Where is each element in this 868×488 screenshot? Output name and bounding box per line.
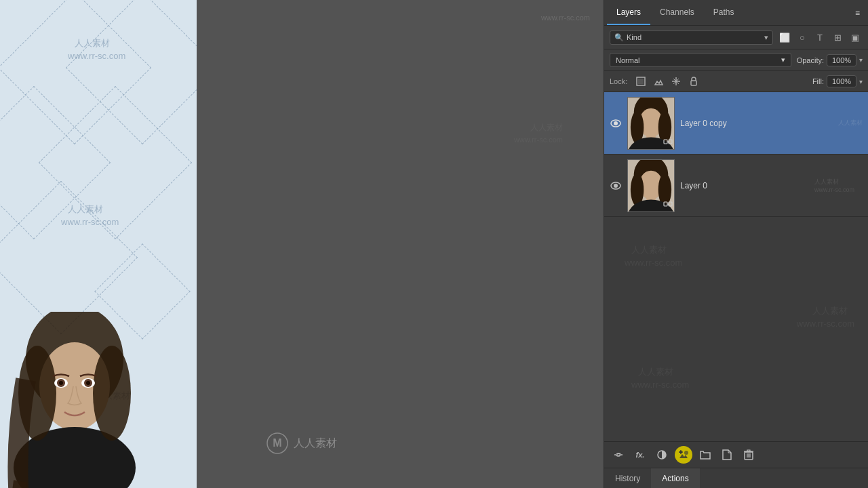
opacity-input[interactable]: 100% <box>827 54 856 66</box>
lock-pixels-btn[interactable] <box>634 75 648 88</box>
layer-name-1: Layer 0 <box>680 181 863 190</box>
filter-pixel-btn[interactable]: ⬜ <box>777 30 792 45</box>
fill-input[interactable]: 100% <box>827 75 856 87</box>
canvas-area: 人人素材 www.rr-sc.com 人人素材 www.rr-sc.com 人人… <box>0 0 604 488</box>
tab-layers[interactable]: Layers <box>607 0 650 25</box>
dark-watermark1: 人人素材 <box>530 122 563 134</box>
layer-thumbnail-0 <box>627 97 675 150</box>
layer-name-0: Layer 0 copy <box>680 119 833 128</box>
fx-btn[interactable]: fx. <box>631 446 649 464</box>
layer-chain-0 <box>663 137 673 148</box>
filter-adjustment-btn[interactable]: ○ <box>795 30 810 45</box>
lock-row: Lock: Fill: 100% ▾ <box>604 71 868 92</box>
empty-wm-3: 人人素材 <box>812 305 848 317</box>
svg-rect-20 <box>691 81 696 85</box>
delete-layer-btn[interactable] <box>740 446 757 464</box>
watermark-text2: 人人素材 <box>68 203 103 216</box>
svg-rect-15 <box>638 79 644 84</box>
layers-empty-area: 人人素材 www.rr-sc.com 人人素材 www.rr-sc.com 人人… <box>604 217 868 420</box>
opacity-row: Opacity: 100% ▾ <box>797 54 863 66</box>
svg-point-8 <box>59 381 63 385</box>
blend-row: Normal ▾ Opacity: 100% ▾ <box>604 49 868 71</box>
diamond-decoration <box>0 0 151 144</box>
layer-item-0[interactable]: Layer 0 copy 人人素材 <box>604 92 868 155</box>
fill-arrow: ▾ <box>859 78 863 85</box>
layer-visibility-0[interactable] <box>610 117 622 129</box>
diamond-decoration <box>39 86 192 239</box>
filter-icons: ⬜ ○ T ⊞ ▣ <box>777 30 863 45</box>
diamond-decoration <box>0 86 111 239</box>
filter-shape-btn[interactable]: ⊞ <box>830 30 845 45</box>
blend-mode-arrow: ▾ <box>781 56 785 64</box>
tab-actions[interactable]: Actions <box>651 468 699 488</box>
svg-text:M: M <box>273 437 281 449</box>
lock-image-btn[interactable] <box>652 75 665 88</box>
dark-watermark2: www.rr-sc.com <box>514 136 563 144</box>
lock-position-btn[interactable] <box>669 75 683 88</box>
watermark-url: www.rr-sc.com <box>68 51 125 61</box>
empty-wm-4: www.rr-sc.com <box>797 319 854 329</box>
lock-all-btn[interactable] <box>687 75 701 88</box>
panel-tabs: Layers Channels Paths ≡ <box>604 0 868 26</box>
svg-point-22 <box>614 121 618 125</box>
search-icon: 🔍 <box>614 33 624 42</box>
filter-type-btn[interactable]: T <box>812 30 827 45</box>
empty-wm-1: 人人素材 <box>631 244 667 256</box>
layer-item-1[interactable]: Layer 0 人人素材www.rr-sc.com <box>604 155 868 217</box>
svg-point-48 <box>684 451 688 455</box>
layer-visibility-1[interactable] <box>610 180 622 192</box>
layers-list: Layer 0 copy 人人素材 <box>604 92 868 441</box>
svg-rect-42 <box>664 202 667 206</box>
layer-chain-1 <box>663 199 673 210</box>
kind-arrow-icon: ▾ <box>764 33 768 42</box>
svg-rect-30 <box>664 140 667 144</box>
filter-row: 🔍 Kind ▾ ⬜ ○ T ⊞ ▣ <box>604 26 868 49</box>
center-watermark: M 人人素材 <box>267 432 337 454</box>
canvas-center: www.rr-sc.com 人人素材 www.rr-sc.com <box>197 0 604 488</box>
blend-mode-select[interactable]: Normal ▾ <box>610 53 791 67</box>
watermark-url2: www.rr-sc.com <box>61 217 119 227</box>
app-container: 人人素材 www.rr-sc.com 人人素材 www.rr-sc.com 人人… <box>0 0 868 488</box>
new-layer-btn[interactable] <box>675 446 692 464</box>
svg-point-11 <box>86 381 90 385</box>
right-panel: Layers Channels Paths ≡ 🔍 Kind ▾ ⬜ ○ T <box>604 0 868 488</box>
new-layer-doc-btn[interactable] <box>718 446 736 464</box>
svg-point-34 <box>614 184 618 188</box>
tab-channels[interactable]: Channels <box>650 0 704 25</box>
watermark-text: 人人素材 <box>75 37 110 49</box>
bottom-tabs: History Actions <box>604 468 868 488</box>
adjustment-layer-btn[interactable] <box>653 446 671 464</box>
opacity-arrow: ▾ <box>859 56 863 64</box>
diamond-decoration <box>66 0 197 144</box>
empty-wm-6: www.rr-sc.com <box>631 380 689 390</box>
svg-rect-31 <box>669 140 672 144</box>
tab-history[interactable]: History <box>604 468 651 488</box>
svg-point-5 <box>93 346 131 441</box>
layer-bg-watermark-0: 人人素材 <box>838 119 863 127</box>
fill-row: Fill: 100% ▾ <box>812 75 863 87</box>
canvas-left: 人人素材 www.rr-sc.com 人人素材 www.rr-sc.com 人人… <box>0 0 197 488</box>
empty-wm-5: 人人素材 <box>638 366 673 378</box>
tab-paths[interactable]: Paths <box>704 0 744 25</box>
layer-thumbnail-1 <box>627 159 675 212</box>
svg-rect-43 <box>669 202 672 206</box>
empty-wm-2: www.rr-sc.com <box>625 258 682 268</box>
kind-select[interactable]: 🔍 Kind ▾ <box>610 30 773 45</box>
header-watermark: www.rr-sc.com <box>541 14 590 22</box>
portrait-image-left <box>0 312 149 488</box>
panel-menu-button[interactable]: ≡ <box>850 0 865 25</box>
link-layers-btn[interactable] <box>610 446 627 464</box>
create-group-btn[interactable] <box>696 446 714 464</box>
layers-toolbar: fx. <box>604 441 868 468</box>
filter-smart-btn[interactable]: ▣ <box>848 30 863 45</box>
